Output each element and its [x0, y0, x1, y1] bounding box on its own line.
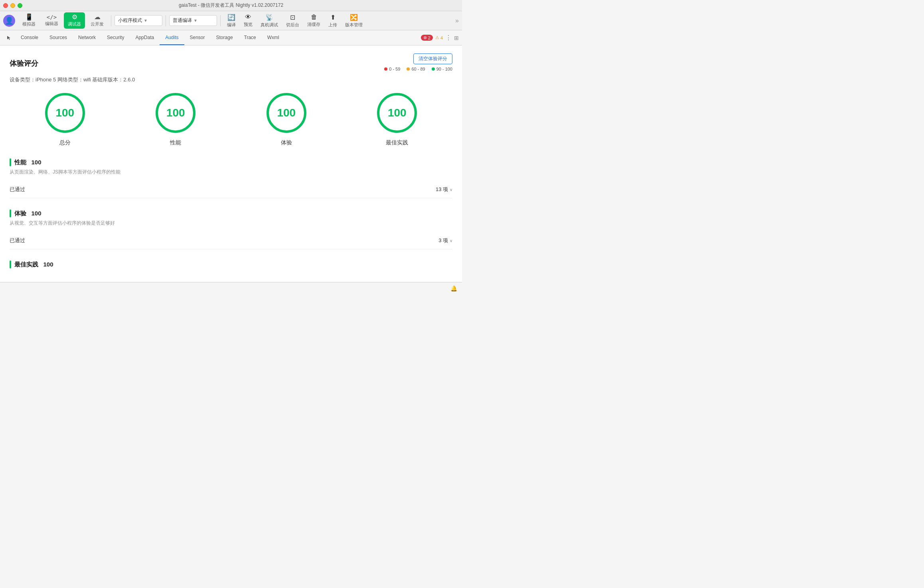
- performance-passed-row[interactable]: 已通过 13 项 ∨: [10, 181, 452, 198]
- error-icon: ⊗: [423, 35, 427, 40]
- experience-score-item: 100 体验: [267, 93, 306, 146]
- upload-icon: ⬆: [330, 14, 336, 21]
- performance-score-item: 100 性能: [156, 93, 195, 146]
- best-practice-section-title: 最佳实践 100: [14, 261, 53, 268]
- performance-section-desc: 从页面渲染、网络、JS脚本等方面评估小程序的性能: [10, 169, 452, 176]
- performance-score-label: 性能: [170, 139, 181, 146]
- red-dot: [384, 67, 387, 71]
- chevron-down-icon-exp: ∨: [450, 239, 452, 243]
- total-score-label: 总分: [59, 139, 71, 146]
- experience-score-label: 体验: [281, 139, 292, 146]
- tab-wxml[interactable]: Wxml: [262, 30, 285, 45]
- version-icon: 🔀: [350, 14, 358, 21]
- title-bar: gaiaTest - 微信开发者工具 Nightly v1.02.2007172: [0, 0, 462, 11]
- chevron-down-icon-2: ▼: [193, 18, 197, 23]
- page-title: 体验评分: [10, 59, 38, 68]
- tab-console[interactable]: Console: [15, 30, 44, 45]
- minimize-button[interactable]: [10, 3, 15, 8]
- window-controls: [3, 3, 22, 8]
- editor-button[interactable]: </> 编辑器: [41, 13, 62, 28]
- page-title-row: 体验评分 清空体验评分 0 - 59 60 - 89 90 - 100: [10, 53, 452, 73]
- tab-sources[interactable]: Sources: [44, 30, 73, 45]
- legend-red: 0 - 59: [384, 67, 400, 71]
- window-title: gaiaTest - 微信开发者工具 Nightly v1.02.2007172: [179, 2, 283, 9]
- legend-green: 90 - 100: [432, 67, 452, 71]
- experience-section-desc: 从视觉、交互等方面评估小程序的体验是否足够好: [10, 220, 452, 227]
- tab-security[interactable]: Security: [101, 30, 130, 45]
- device-debug-icon: 📡: [265, 14, 273, 21]
- version-mgmt-button[interactable]: 🔀 版本管理: [342, 12, 366, 30]
- divider-3: [220, 15, 221, 26]
- mode-select[interactable]: 小程序模式 ▼: [115, 15, 162, 26]
- performance-section: 性能 100 从页面渲染、网络、JS脚本等方面评估小程序的性能 已通过 13 项…: [10, 158, 452, 198]
- background-icon: ⊡: [290, 14, 295, 21]
- dock-icon[interactable]: ⊞: [454, 35, 459, 41]
- experience-section-title: 体验 100: [14, 210, 41, 217]
- experience-passed-row[interactable]: 已通过 3 项 ∨: [10, 232, 452, 249]
- debugger-icon: ⚙: [72, 14, 77, 20]
- bell-icon[interactable]: 🔔: [450, 285, 457, 292]
- code-icon: </>: [47, 14, 57, 20]
- refresh-icon: 🔄: [227, 14, 235, 21]
- avatar[interactable]: 👤: [3, 15, 15, 27]
- more-icon[interactable]: »: [455, 17, 459, 24]
- section-bar-experience: [10, 209, 11, 217]
- best-practice-score-circle: 100: [377, 93, 417, 133]
- eye-icon: 👁: [245, 14, 251, 21]
- clear-cache-button[interactable]: 🗑 清缓存: [304, 12, 324, 29]
- score-legend: 0 - 59 60 - 89 90 - 100: [384, 67, 452, 71]
- tab-appdata[interactable]: AppData: [130, 30, 160, 45]
- cloud-button[interactable]: ☁ 云开发: [87, 12, 108, 29]
- more-tabs-icon[interactable]: ⋮: [445, 34, 452, 41]
- total-score-circle: 100: [45, 93, 85, 133]
- real-debug-button[interactable]: 📡 真机调试: [257, 12, 281, 30]
- tab-trace[interactable]: Trace: [239, 30, 262, 45]
- toolbar: 👤 📱 模拟器 </> 编辑器 ⚙ 调试器 ☁ 云开发 小程序模式 ▼ 普通编译…: [0, 11, 462, 30]
- device-info: 设备类型：iPhone 5 网络类型：wifi 基础库版本：2.6.0: [10, 76, 452, 83]
- warning-icon: ⚠: [435, 35, 439, 40]
- devtools-tabs: Console Sources Network Security AppData…: [0, 30, 462, 45]
- tab-audits[interactable]: Audits: [160, 30, 184, 45]
- experience-score-circle: 100: [267, 93, 306, 133]
- simulator-button[interactable]: 📱 模拟器: [18, 12, 39, 29]
- cursor-icon[interactable]: [3, 30, 15, 45]
- best-practice-score-item: 100 最佳实践: [377, 93, 417, 146]
- chevron-down-icon: ▼: [144, 18, 148, 23]
- tab-network[interactable]: Network: [73, 30, 101, 45]
- compile-select[interactable]: 普通编译 ▼: [169, 15, 217, 26]
- total-score-item: 100 总分: [45, 93, 85, 146]
- compile-button[interactable]: 🔄 编译: [224, 12, 239, 30]
- tab-storage[interactable]: Storage: [211, 30, 239, 45]
- clear-icon: 🗑: [311, 14, 317, 21]
- performance-passed-label: 已通过: [10, 186, 25, 193]
- best-practice-score-label: 最佳实践: [386, 139, 408, 146]
- divider-2: [166, 15, 166, 26]
- chevron-down-icon-perf: ∨: [450, 187, 452, 192]
- clear-score-button[interactable]: 清空体验评分: [413, 53, 452, 64]
- performance-passed-right: 13 项 ∨: [436, 186, 452, 193]
- debugger-button[interactable]: ⚙ 调试器: [64, 12, 85, 29]
- best-practice-section: 最佳实践 100: [10, 260, 452, 268]
- performance-section-header: 性能 100: [10, 158, 452, 166]
- experience-passed-right: 3 项 ∨: [438, 237, 452, 244]
- divider-1: [111, 15, 111, 26]
- performance-section-title: 性能 100: [14, 159, 41, 166]
- error-badge: ⊗ 2: [421, 35, 433, 41]
- upload-button[interactable]: ⬆ 上传: [325, 12, 340, 30]
- maximize-button[interactable]: [18, 3, 22, 8]
- phone-icon: 📱: [25, 14, 33, 20]
- performance-score-circle: 100: [156, 93, 195, 133]
- close-button[interactable]: [3, 3, 8, 8]
- cloud-icon: ☁: [94, 14, 101, 20]
- orange-dot: [407, 67, 410, 71]
- experience-section: 体验 100 从视觉、交互等方面评估小程序的体验是否足够好 已通过 3 项 ∨: [10, 209, 452, 249]
- preview-button[interactable]: 👁 预览: [241, 12, 256, 29]
- best-practice-section-header: 最佳实践 100: [10, 260, 452, 268]
- experience-section-header: 体验 100: [10, 209, 452, 217]
- background-button[interactable]: ⊡ 切后台: [283, 12, 302, 30]
- warning-badge: ⚠ 4: [435, 35, 443, 40]
- bottom-bar: 🔔: [0, 282, 462, 294]
- legend-orange: 60 - 89: [407, 67, 425, 71]
- tab-sensor[interactable]: Sensor: [184, 30, 211, 45]
- tabs-right-controls: ⊗ 2 ⚠ 4 ⋮ ⊞: [421, 30, 459, 45]
